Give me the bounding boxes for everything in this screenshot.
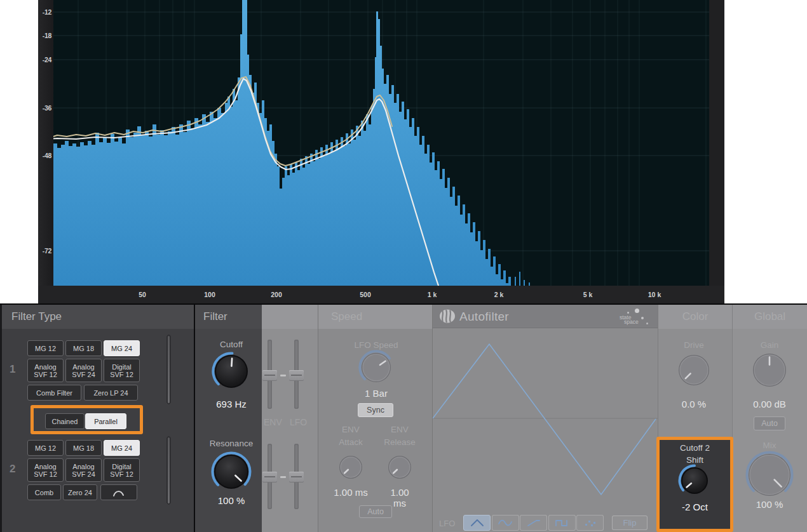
cutoff2-label-line1: Cutoff 2 — [660, 443, 730, 453]
flip-button[interactable]: Flip — [612, 515, 648, 530]
mod2-dash — [280, 476, 286, 478]
ramp-wave-icon — [526, 518, 541, 528]
freq-tick-label: 200 — [271, 291, 282, 298]
lfo-shape-sine-wave-icon[interactable] — [492, 515, 519, 531]
cutoff2-highlight-box: Cutoff 2 Shift -2 Oct — [656, 437, 733, 532]
drive-label: Drive — [684, 340, 704, 350]
env-mod-label: ENV — [264, 417, 282, 427]
lfo-shape-square-wave-icon[interactable] — [548, 515, 576, 531]
autofilter-panel: Autofilter state space LFO Flip — [432, 305, 658, 532]
lfo-speed-knob[interactable] — [358, 350, 394, 388]
env-release-label: ENV Release — [384, 423, 416, 449]
sine-wave-icon — [498, 518, 513, 528]
resonance-label: Resonance — [210, 439, 253, 448]
color-title: Color — [682, 310, 709, 323]
square-wave-icon — [554, 518, 569, 528]
speed-auto-button[interactable]: Auto — [359, 505, 392, 518]
drive-knob[interactable] — [675, 352, 712, 391]
filter-bank2-mg-18[interactable]: MG 18 — [65, 440, 102, 456]
mix-value: 100 % — [756, 499, 783, 510]
plugin-control-panel: Filter Type 1 2 MG 12MG 18MG 24Analog SV… — [0, 303, 807, 532]
gain-label: Gain — [761, 340, 779, 350]
filter-bank2-zero-24[interactable]: Zero 24 — [63, 484, 97, 500]
filter1-spread-slider[interactable] — [166, 335, 171, 404]
filter-bank1-mg-24[interactable]: MG 24 — [104, 340, 140, 356]
freq-tick-label: 500 — [360, 291, 371, 298]
filter-bank2-lowpass-curve-icon[interactable] — [100, 484, 137, 500]
db-tick-label: -36 — [43, 104, 51, 112]
filter-bank2-mg-24[interactable]: MG 24 — [104, 440, 140, 456]
filter-bank2-comb[interactable]: Comb — [27, 484, 61, 500]
color-header: Color — [658, 305, 732, 329]
filter-bank1-analog-svf-12[interactable]: Analog SVF 12 — [27, 359, 64, 382]
speed-section: Speed LFO Speed 1 Bar Sync ENV Attack EN… — [318, 305, 432, 532]
db-tick-label: -48 — [43, 152, 51, 159]
cutoff-knob[interactable] — [212, 352, 251, 394]
global-title: Global — [754, 310, 785, 323]
filter-bank1-analog-svf-24[interactable]: Analog SVF 24 — [65, 359, 102, 382]
resonance-knob[interactable] — [211, 451, 252, 495]
filter-bank1-mg-18[interactable]: MG 18 — [65, 340, 102, 356]
lfo-waveform-display — [433, 328, 658, 515]
autofilter-header: Autofilter state space — [433, 305, 658, 328]
spectrum-plot — [38, 0, 709, 286]
sync-button[interactable]: Sync — [358, 403, 393, 417]
filter-bank2-mg-12[interactable]: MG 12 — [27, 440, 64, 456]
env1-slider-handle[interactable] — [262, 370, 277, 381]
filter-type-title: Filter Type — [11, 310, 62, 323]
cutoff2-shift-knob[interactable] — [678, 464, 711, 500]
gain-knob[interactable] — [750, 350, 789, 392]
env-release-knob[interactable] — [385, 453, 414, 484]
cutoff-value: 693 Hz — [216, 399, 247, 409]
filter-bank1-zero-lp-24[interactable]: Zero LP 24 — [84, 385, 138, 401]
cutoff-label: Cutoff — [220, 340, 243, 349]
triangle-wave-icon — [470, 518, 485, 528]
lfo-speed-label: LFO Speed — [354, 340, 398, 350]
presonus-logo — [439, 309, 456, 323]
filter-mod-header — [262, 305, 318, 329]
filter-type-section: Filter Type 1 2 MG 12MG 18MG 24Analog SV… — [0, 305, 194, 532]
lfo-shape-triangle-wave-icon[interactable] — [463, 515, 491, 531]
lfo-row-label: LFO — [439, 519, 455, 528]
filter-type-header: Filter Type — [2, 305, 194, 329]
speed-header: Speed — [318, 305, 432, 329]
db-tick-label: -24 — [43, 56, 51, 63]
lfo-shape-ramp-wave-icon[interactable] — [520, 515, 547, 531]
lfo-shape-random-steps-icon[interactable] — [576, 515, 604, 531]
frequency-axis: 501002005001 k2 k5 k10 k — [38, 286, 724, 303]
db-tick-label: -18 — [43, 32, 51, 39]
filter-mod-section: ENV LFO — [262, 305, 318, 532]
lfo1-slider-handle[interactable] — [289, 370, 304, 381]
global-auto-button[interactable]: Auto — [754, 416, 785, 430]
filter-bank1-comb-filter[interactable]: Comb Filter — [27, 385, 81, 401]
db-tick-label: -72 — [43, 247, 51, 255]
filter-header: Filter — [195, 305, 262, 329]
freq-tick-label: 50 — [139, 291, 146, 298]
freq-tick-label: 5 k — [583, 291, 593, 298]
filter-bank1-digital-svf-12[interactable]: Digital SVF 12 — [104, 359, 140, 382]
mode-toggle-highlight — [31, 405, 143, 434]
global-header: Global — [733, 305, 807, 329]
db-tick-label: -12 — [43, 8, 51, 16]
lfo-mod-label: LFO — [290, 417, 307, 427]
lowpass-curve-icon — [112, 488, 125, 497]
drive-value: 0.0 % — [682, 399, 706, 409]
mod1-dash — [280, 375, 286, 376]
cutoff2-value: -2 Oct — [660, 502, 730, 512]
filter-bank2-analog-svf-12[interactable]: Analog SVF 12 — [27, 458, 64, 482]
lfo2-slider-handle[interactable] — [289, 472, 304, 482]
speed-title: Speed — [331, 310, 362, 323]
filter2-spread-slider[interactable] — [166, 436, 171, 505]
filter-bank2-digital-svf-12[interactable]: Digital SVF 12 — [104, 458, 140, 482]
filter-section: Filter Cutoff 693 Hz Resonance 100 % — [194, 305, 262, 532]
env2-slider-handle[interactable] — [262, 472, 277, 482]
env-attack-knob[interactable] — [336, 453, 365, 484]
freq-tick-label: 100 — [204, 291, 215, 298]
mix-knob[interactable] — [745, 451, 794, 502]
freq-tick-label: 1 k — [428, 291, 437, 298]
filter-bank2-analog-svf-24[interactable]: Analog SVF 24 — [65, 458, 102, 482]
lfo-speed-value: 1 Bar — [365, 388, 388, 399]
filter1-row-label: 1 — [10, 363, 15, 376]
filter-bank1-mg-12[interactable]: MG 12 — [27, 340, 64, 356]
resonance-value: 100 % — [218, 495, 245, 506]
